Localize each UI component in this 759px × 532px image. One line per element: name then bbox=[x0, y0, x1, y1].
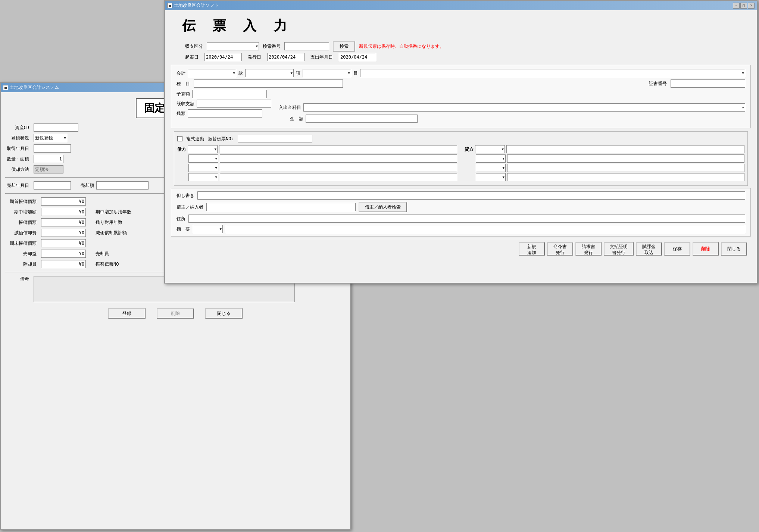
book-start-input[interactable] bbox=[41, 197, 86, 206]
book-value-input[interactable] bbox=[41, 218, 86, 226]
debit-select-4[interactable] bbox=[188, 173, 218, 181]
asset-register-btn[interactable]: 登録 bbox=[108, 308, 146, 319]
summary-select[interactable] bbox=[193, 225, 223, 233]
credit-input-3[interactable] bbox=[507, 164, 744, 172]
debit-col: 借方 bbox=[177, 145, 457, 182]
sale-amount-input[interactable] bbox=[96, 181, 149, 190]
loss-label: 除却員 bbox=[5, 261, 39, 267]
note-input[interactable] bbox=[197, 191, 745, 200]
depr-method-label: 償却方法 bbox=[5, 166, 31, 173]
voucher-restore-btn[interactable]: □ bbox=[740, 3, 747, 9]
summary-input[interactable] bbox=[226, 225, 745, 233]
cert-no-input[interactable] bbox=[671, 79, 745, 88]
voucher-close-btn[interactable]: 閉じる bbox=[721, 242, 747, 256]
account-label: 会計 bbox=[177, 70, 185, 76]
asset-button-area: 登録 削除 閉じる bbox=[5, 308, 346, 319]
amount-money-input[interactable] bbox=[306, 115, 418, 123]
note-label: 但し書き bbox=[177, 193, 194, 199]
voucher-titlebar: ■ 土地改良区会計ソフト － □ × bbox=[165, 1, 757, 10]
amount-money-label: 金 額 bbox=[290, 116, 303, 122]
debit-select-3[interactable] bbox=[188, 164, 218, 172]
debit-input-2[interactable] bbox=[220, 154, 457, 163]
address-input[interactable] bbox=[188, 215, 745, 223]
depr-expense-input[interactable] bbox=[41, 229, 86, 237]
credit-select-1[interactable] bbox=[475, 145, 505, 153]
search-btn[interactable]: 検索 bbox=[333, 41, 355, 51]
voucher-minimize-btn[interactable]: － bbox=[733, 3, 740, 9]
book-start-label: 期首帳簿価額 bbox=[5, 198, 39, 205]
credit-select-2[interactable] bbox=[476, 154, 506, 163]
sale-amount-label: 売却額 bbox=[81, 182, 94, 189]
asset-title-icon: ■ bbox=[3, 85, 8, 90]
compound-checkbox[interactable] bbox=[177, 136, 182, 141]
asset-delete-btn[interactable]: 削除 bbox=[157, 308, 194, 319]
credit-select-4[interactable] bbox=[476, 173, 506, 181]
end-book-input[interactable] bbox=[41, 239, 86, 247]
debit-input-1[interactable] bbox=[219, 145, 457, 153]
creditor-search-btn[interactable]: 債主／納入者検索 bbox=[359, 202, 407, 212]
voucher-close-btn[interactable]: × bbox=[748, 3, 755, 9]
sale-date-input[interactable] bbox=[34, 181, 71, 190]
credit-header: 貸方 bbox=[465, 145, 744, 153]
qty-input[interactable] bbox=[34, 155, 63, 163]
credit-input-1[interactable] bbox=[506, 145, 744, 153]
levy-collection-btn[interactable]: 賦課金 取込 bbox=[636, 242, 662, 256]
sale-date-label: 売却年月日 bbox=[5, 182, 31, 189]
status-select[interactable]: 新規登録 bbox=[34, 134, 67, 142]
income-account-label: 入出金科目 bbox=[279, 104, 301, 111]
acq-date-input[interactable] bbox=[34, 144, 71, 153]
credit-row-4 bbox=[465, 173, 744, 181]
amount-select[interactable] bbox=[245, 69, 294, 77]
income-expense-select[interactable] bbox=[207, 42, 259, 50]
debit-select-1[interactable] bbox=[188, 145, 218, 153]
type-input[interactable] bbox=[194, 79, 343, 88]
gain-input[interactable] bbox=[41, 250, 86, 258]
accum-depr-label: 減価償却累計額 bbox=[96, 230, 127, 236]
debit-select-2[interactable] bbox=[188, 154, 218, 163]
account-select[interactable] bbox=[188, 69, 236, 77]
issue-date-input[interactable] bbox=[267, 53, 304, 61]
credit-row-2 bbox=[465, 154, 744, 163]
asset-cd-input[interactable] bbox=[34, 123, 78, 132]
debit-row-2 bbox=[177, 154, 457, 163]
debit-input-3[interactable] bbox=[220, 164, 457, 172]
status-select-wrapper: 新規登録 bbox=[34, 134, 67, 142]
voucher-window-controls: － □ × bbox=[733, 3, 755, 9]
creditor-input[interactable] bbox=[206, 203, 356, 211]
balance-input[interactable] bbox=[188, 109, 262, 118]
income-account-select[interactable] bbox=[303, 103, 745, 112]
payment-date-label: 支出年月日 bbox=[310, 54, 333, 60]
item-label: 項 bbox=[296, 70, 300, 76]
voucher-save-btn[interactable]: 保存 bbox=[664, 242, 690, 256]
debit-input-4[interactable] bbox=[220, 173, 457, 181]
eye-select[interactable] bbox=[360, 69, 745, 77]
item-select[interactable] bbox=[303, 69, 351, 77]
transfer-no-input[interactable] bbox=[238, 135, 312, 143]
credit-input-4[interactable] bbox=[507, 173, 744, 181]
payment-book-issue-btn[interactable]: 支払証明 書発行 bbox=[604, 242, 634, 256]
already-paid-label: 既収支額 bbox=[177, 101, 194, 107]
order-issue-btn[interactable]: 命令書 発行 bbox=[547, 242, 573, 256]
asset-close-btn-main[interactable]: 閉じる bbox=[205, 308, 243, 319]
bill-issue-btn[interactable]: 請求書 発行 bbox=[575, 242, 602, 256]
new-add-btn[interactable]: 新規 追加 bbox=[519, 242, 545, 256]
credit-input-2[interactable] bbox=[507, 154, 744, 163]
credit-select-3[interactable] bbox=[476, 164, 506, 172]
voucher-delete-btn[interactable]: 削除 bbox=[693, 242, 719, 256]
loss-input[interactable] bbox=[41, 260, 86, 268]
voucher-window-title: 土地改良区会計ソフト bbox=[174, 2, 219, 9]
start-date-input[interactable] bbox=[204, 53, 242, 61]
debit-row-4 bbox=[177, 173, 457, 181]
amount-label: 款 bbox=[238, 70, 243, 76]
payment-date-input[interactable] bbox=[339, 53, 376, 61]
voucher-title-icon: ■ bbox=[167, 3, 172, 8]
mid-increase-input[interactable] bbox=[41, 208, 86, 216]
compound-label: 複式連動 bbox=[186, 136, 204, 142]
budget-label: 予算額 bbox=[177, 91, 190, 97]
memo-label: 備考 bbox=[5, 276, 31, 282]
acq-date-label: 取得年月日 bbox=[5, 145, 31, 152]
already-paid-input[interactable] bbox=[197, 100, 271, 108]
budget-input[interactable] bbox=[192, 90, 267, 98]
search-no-input[interactable] bbox=[284, 42, 329, 50]
auto-number-note: 新規伝票は保存時、自動採番になります。 bbox=[359, 43, 444, 50]
